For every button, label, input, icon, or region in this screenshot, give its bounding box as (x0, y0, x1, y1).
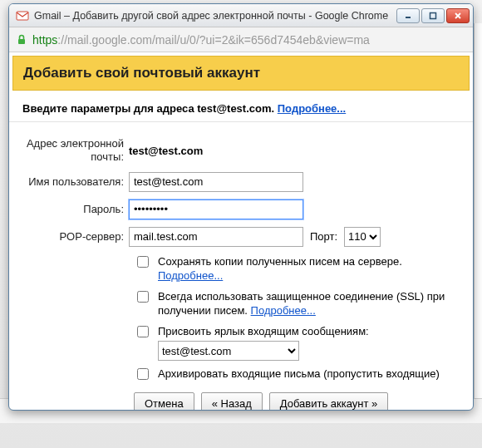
popup-window: Gmail – Добавить другой свой адрес элект… (8, 3, 474, 411)
close-button[interactable] (446, 8, 470, 23)
keep-copy-checkbox[interactable] (137, 256, 149, 268)
maximize-button[interactable] (421, 8, 445, 23)
url-path: /mail/u/0/?ui=2&ik=656d7454eb&view=ma (152, 33, 370, 47)
row-pop: POP-сервер: Порт: 110 (22, 227, 460, 247)
subheader-prefix: Введите параметры для адреса (22, 102, 197, 115)
option-archive: Архивировать входящие письма (пропустить… (134, 367, 460, 382)
url-scheme: https (32, 33, 57, 47)
label-select[interactable]: test@test.com (158, 341, 299, 361)
username-label: Имя пользователя: (22, 172, 129, 192)
archive-checkbox[interactable] (137, 368, 149, 380)
username-input[interactable] (129, 172, 303, 192)
keep-copy-more-link[interactable]: Подробнее... (158, 269, 223, 282)
email-label: Адрес электронной почты: (22, 134, 129, 165)
window-titlebar: Gmail – Добавить другой свой адрес элект… (9, 4, 473, 27)
dialog-header: Добавить свой почтовый аккаунт (12, 56, 470, 91)
gmail-icon (16, 9, 29, 22)
row-username: Имя пользователя: (22, 172, 460, 192)
email-value: test@test.com (129, 141, 203, 157)
dialog-subheader: Введите параметры для адреса test@test.c… (9, 94, 473, 122)
pop-server-input[interactable] (129, 227, 303, 247)
dialog-content: Добавить свой почтовый аккаунт Введите п… (9, 52, 473, 410)
svg-rect-2 (430, 12, 436, 18)
backdrop-stripe (474, 23, 482, 398)
ssl-checkbox[interactable] (137, 291, 149, 303)
ssl-text: Всегда использовать защищенное соединени… (158, 289, 457, 318)
cancel-button[interactable]: Отмена (134, 392, 194, 410)
keep-copy-text: Сохранять копии полученных писем на серв… (158, 254, 457, 283)
subheader-email: test@test.com (197, 102, 271, 115)
ssl-more-link[interactable]: Подробнее... (251, 304, 316, 317)
add-account-button[interactable]: Добавить аккаунт » (269, 392, 389, 410)
label-incoming-text: Присвоить ярлык входящим сообщениям: tes… (158, 324, 457, 362)
address-bar[interactable]: https://mail.google.com/mail/u/0/?ui=2&i… (9, 27, 473, 52)
row-email: Адрес электронной почты: test@test.com (22, 134, 460, 165)
archive-text: Архивировать входящие письма (пропустить… (158, 367, 457, 382)
password-label: Пароль: (22, 199, 129, 219)
minimize-button[interactable] (396, 8, 420, 23)
svg-rect-0 (17, 12, 28, 20)
row-password: Пароль: (22, 199, 460, 219)
window-title: Gmail – Добавить другой свой адрес элект… (34, 10, 391, 22)
port-select[interactable]: 110 (344, 227, 381, 247)
option-ssl: Всегда использовать защищенное соединени… (134, 289, 460, 318)
password-input[interactable] (129, 199, 303, 219)
button-row: Отмена « Назад Добавить аккаунт » (134, 392, 460, 410)
subheader-period: . (272, 102, 278, 115)
options: Сохранять копии полученных писем на серв… (134, 254, 460, 383)
port-label: Порт: (310, 230, 337, 243)
option-label-incoming: Присвоить ярлык входящим сообщениям: tes… (134, 324, 460, 362)
back-button[interactable]: « Назад (201, 392, 263, 410)
subheader-more-link[interactable]: Подробнее... (278, 102, 346, 115)
url-text: https://mail.google.com/mail/u/0/?ui=2&i… (32, 33, 466, 47)
svg-rect-3 (18, 39, 25, 44)
form: Адрес электронной почты: test@test.com И… (9, 122, 473, 410)
label-incoming-checkbox[interactable] (137, 326, 149, 337)
option-keep-copy: Сохранять копии полученных писем на серв… (134, 254, 460, 283)
lock-icon (16, 34, 27, 46)
pop-label: POP-сервер: (22, 227, 129, 247)
url-host: ://mail.google.com (57, 33, 152, 47)
window-controls (396, 8, 470, 23)
